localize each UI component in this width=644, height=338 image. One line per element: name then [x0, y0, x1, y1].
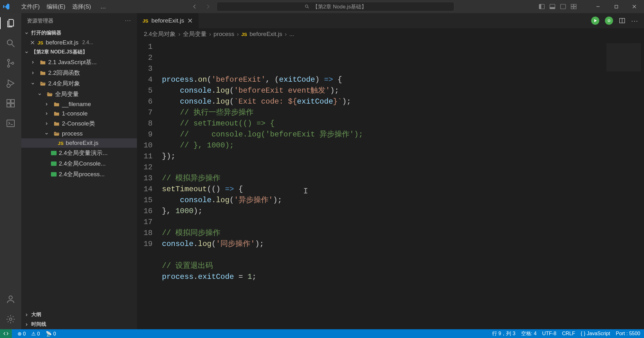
layout-bottom-icon[interactable] — [549, 3, 556, 10]
activity-settings-icon[interactable] — [5, 314, 16, 325]
activity-terminal-icon[interactable] — [5, 118, 16, 129]
chevron-down-icon — [31, 81, 36, 86]
breadcrumb-segment[interactable]: 全局变量 — [183, 30, 207, 38]
folder-open-icon — [53, 131, 60, 136]
window-minimize[interactable] — [591, 0, 605, 13]
nav-forward-icon[interactable] — [204, 2, 212, 11]
editor-body[interactable]: 12345678910111213141516171819 process.on… — [137, 40, 644, 329]
status-encoding[interactable]: UTF-8 — [542, 331, 556, 336]
close-icon[interactable] — [187, 18, 193, 23]
tree-item[interactable]: 1-console — [21, 109, 137, 118]
window-close[interactable] — [627, 0, 641, 13]
svg-rect-5 — [561, 4, 566, 9]
folder-icon — [53, 111, 60, 116]
svg-point-23 — [608, 20, 610, 22]
status-port[interactable]: Port : 5500 — [616, 331, 640, 336]
chevron-right-icon: › — [237, 31, 239, 38]
folder-icon — [40, 70, 46, 75]
tree-item-label: 2.4全局process... — [59, 170, 105, 178]
minimap[interactable] — [603, 40, 644, 329]
breadcrumb-segment[interactable]: beforeExit.js — [249, 31, 282, 38]
menu-file[interactable]: 文件(F) — [21, 3, 40, 10]
tree-item[interactable]: 2.4全局Console... — [21, 158, 137, 169]
breadcrumb-segment[interactable]: process — [214, 31, 234, 38]
close-icon[interactable] — [30, 40, 35, 45]
layout-grid-icon[interactable] — [570, 3, 577, 10]
tree-item[interactable]: 2.1 JavaScript基... — [21, 57, 137, 68]
status-indentation[interactable]: 空格: 4 — [521, 330, 537, 337]
tree-item-label: 2.2回调函数 — [48, 69, 80, 77]
tree-item[interactable]: 2-Console类 — [21, 118, 137, 129]
tree-item-label: 2.4全局对象 — [48, 79, 80, 88]
svg-point-14 — [12, 62, 14, 64]
nav-back-icon[interactable] — [190, 2, 199, 11]
tree-item-label: 2.4全局Console... — [59, 160, 106, 168]
window-maximize[interactable] — [609, 0, 623, 13]
tree-item[interactable]: 2.4全局process... — [21, 169, 137, 180]
menu-more[interactable]: … — [100, 3, 107, 10]
svg-rect-18 — [11, 104, 14, 107]
file-tree: 2.1 JavaScript基...2.2回调函数2.4全局对象全局变量__fi… — [21, 57, 137, 180]
tree-item-label: 1-console — [62, 110, 88, 117]
menu-edit[interactable]: 编辑(E) — [47, 3, 65, 10]
folder-open-icon — [40, 81, 46, 86]
sidebar-header: 资源管理器 ··· — [21, 13, 137, 28]
layout-right-icon[interactable] — [560, 3, 566, 10]
svg-rect-19 — [11, 100, 14, 103]
outline-header[interactable]: 大纲 — [21, 310, 137, 320]
sidebar-more-icon[interactable]: ··· — [125, 18, 131, 24]
statusbar: ⊗ 0 ⚠ 0 📡 0 行 9，列 3 空格: 4 UTF-8 CRLF { }… — [0, 329, 644, 338]
activity-scm-icon[interactable] — [5, 58, 16, 69]
menu-select[interactable]: 选择(S) — [72, 3, 91, 10]
timeline-header[interactable]: 时间线 — [21, 320, 137, 329]
command-center[interactable]: 【第2章 Node.js基础】 — [217, 2, 454, 11]
chevron-right-icon: › — [285, 31, 287, 38]
remote-button[interactable] — [0, 329, 12, 338]
js-file-icon: JS — [143, 18, 148, 23]
svg-rect-17 — [7, 104, 10, 107]
open-editors-header[interactable]: 打开的编辑器 — [21, 28, 137, 38]
run-button[interactable] — [591, 17, 599, 25]
project-header[interactable]: 【第2章 NODE.JS基础】 — [21, 47, 137, 57]
chevron-right-icon — [44, 121, 50, 126]
titlebar-left: 文件(F) 编辑(E) 选择(S) … — [3, 3, 107, 10]
split-editor-icon[interactable] — [619, 17, 626, 24]
open-editors-label: 打开的编辑器 — [31, 30, 61, 36]
tree-item-label: beforeExit.js — [66, 140, 98, 146]
status-errors[interactable]: ⊗ 0 — [18, 331, 26, 337]
activity-explorer-icon[interactable] — [5, 18, 16, 29]
editor-tabs: JS beforeExit.js ··· — [137, 13, 644, 28]
activity-account-icon[interactable] — [5, 294, 16, 305]
chevron-right-icon — [44, 102, 50, 106]
tree-item[interactable]: 2.4全局对象 — [21, 78, 137, 89]
tree-item[interactable]: 全局变量 — [21, 89, 137, 100]
svg-point-11 — [7, 40, 12, 45]
activity-search-icon[interactable] — [5, 38, 16, 49]
code-content[interactable]: process.on('beforeExit', (exitCode) => {… — [162, 40, 603, 329]
breadcrumb-segment[interactable]: ... — [289, 31, 294, 38]
tree-item[interactable]: process — [21, 129, 137, 138]
svg-rect-9 — [574, 7, 576, 9]
image-file-icon — [51, 151, 57, 155]
status-language[interactable]: { } JavaScript — [581, 331, 610, 336]
tree-item[interactable]: 2.2回调函数 — [21, 68, 137, 78]
status-cursor-position[interactable]: 行 9，列 3 — [492, 330, 516, 337]
tab-more-icon[interactable]: ··· — [631, 17, 638, 24]
status-eol[interactable]: CRLF — [562, 331, 575, 336]
status-ports[interactable]: 📡 0 — [46, 331, 56, 337]
status-warnings[interactable]: ⚠ 0 — [31, 331, 40, 337]
tree-item[interactable]: JSbeforeExit.js — [21, 138, 137, 148]
tree-item[interactable]: __filename — [21, 100, 137, 109]
breadcrumb-segment[interactable]: 2.4全局对象 — [144, 30, 176, 38]
activity-debug-icon[interactable] — [5, 78, 16, 89]
breadcrumbs[interactable]: 2.4全局对象 › 全局变量 › process › JS beforeExit… — [137, 28, 644, 40]
titlebar-right — [538, 0, 641, 13]
open-editor-item[interactable]: JS beforeExit.js 2.4... — [21, 38, 137, 47]
chevron-right-icon: › — [209, 31, 211, 38]
tree-item[interactable]: 2.4全局变量演示... — [21, 148, 137, 158]
debug-button[interactable] — [605, 17, 613, 25]
activity-extensions-icon[interactable] — [5, 98, 16, 109]
layout-left-icon[interactable] — [538, 3, 545, 10]
svg-rect-16 — [7, 100, 10, 103]
editor-tab[interactable]: JS beforeExit.js — [137, 13, 199, 28]
